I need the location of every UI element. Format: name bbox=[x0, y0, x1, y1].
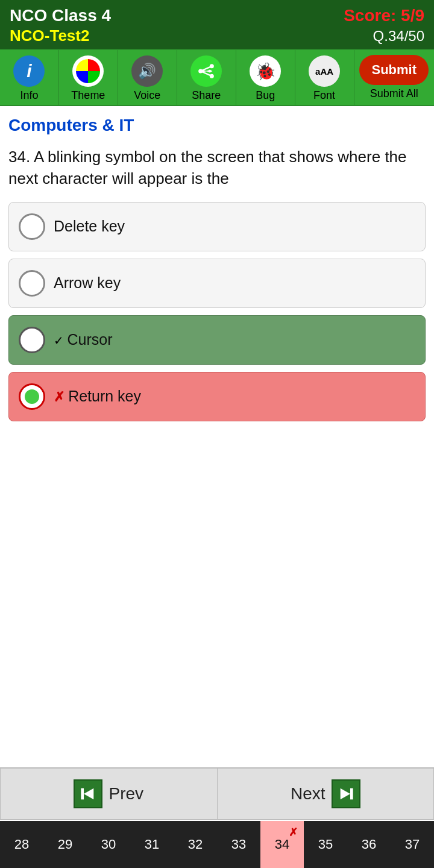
svg-marker-8 bbox=[340, 788, 350, 800]
info-label: Info bbox=[20, 89, 38, 102]
font-label: Font bbox=[313, 89, 335, 102]
next-button[interactable]: Next bbox=[217, 768, 435, 820]
test-name: NCO-Test2 bbox=[10, 27, 89, 45]
info-icon: i bbox=[13, 55, 45, 87]
toolbar-font[interactable]: aAA Font bbox=[295, 50, 354, 105]
prev-icon bbox=[74, 779, 102, 808]
q-strip-item-31[interactable]: 31 bbox=[130, 821, 174, 868]
bug-icon: 🐞 bbox=[250, 55, 281, 87]
q-strip-item-35[interactable]: 35 bbox=[304, 821, 347, 868]
category-label: Computers & IT bbox=[8, 116, 426, 135]
prev-button[interactable]: Prev bbox=[0, 768, 217, 820]
svg-rect-7 bbox=[350, 788, 353, 800]
svg-marker-6 bbox=[84, 788, 93, 800]
voice-label: Voice bbox=[134, 89, 160, 102]
toolbar: i Info Theme 🔊 Voice Share 🐞 Bug aAA bbox=[0, 49, 434, 106]
q-strip-item-30[interactable]: 30 bbox=[87, 821, 130, 868]
app-title: NCO Class 4 bbox=[10, 6, 111, 25]
radio-c bbox=[19, 327, 45, 353]
prev-label: Prev bbox=[108, 784, 143, 804]
next-label: Next bbox=[291, 784, 326, 804]
q-strip-item-34[interactable]: 34✗ bbox=[260, 821, 304, 868]
next-icon bbox=[332, 779, 360, 808]
toolbar-bug[interactable]: 🐞 Bug bbox=[236, 50, 295, 105]
score-display: Score: 5/9 bbox=[344, 6, 424, 25]
voice-icon: 🔊 bbox=[131, 55, 163, 87]
option-c[interactable]: Cursor bbox=[8, 315, 426, 365]
options-list: Delete key Arrow key Cursor bbox=[8, 202, 426, 421]
share-icon bbox=[190, 55, 222, 87]
q-strip-item-32[interactable]: 32 bbox=[174, 821, 217, 868]
radio-d bbox=[19, 383, 45, 410]
q-strip-item-29[interactable]: 29 bbox=[43, 821, 87, 868]
option-b-text: Arrow key bbox=[54, 274, 415, 292]
bug-label: Bug bbox=[256, 89, 275, 102]
submit-button[interactable]: Submit bbox=[359, 55, 429, 85]
share-label: Share bbox=[192, 89, 221, 102]
q-strip-item-28[interactable]: 28 bbox=[0, 821, 43, 868]
q-strip-item-36[interactable]: 36 bbox=[347, 821, 391, 868]
header: NCO Class 4 Score: 5/9 NCO-Test2 Q.34/50 bbox=[0, 0, 434, 49]
option-d-text: Return key bbox=[54, 388, 415, 405]
question-number: 34. bbox=[8, 148, 30, 166]
content-area: Computers & IT 34. A blinking symbol on … bbox=[0, 106, 434, 431]
toolbar-share[interactable]: Share bbox=[177, 50, 236, 105]
question-progress: Q.34/50 bbox=[373, 28, 424, 45]
question-text: 34. A blinking symbol on the screen that… bbox=[8, 146, 426, 190]
submit-all-label: Submit All bbox=[370, 87, 418, 100]
option-c-text: Cursor bbox=[54, 331, 415, 348]
navigation-bar: Prev Next bbox=[0, 767, 434, 820]
svg-rect-5 bbox=[81, 788, 84, 800]
question-strip: 28293031323334✗353637 bbox=[0, 821, 434, 868]
question-body: A blinking symbol on the screen that sho… bbox=[8, 148, 407, 187]
q-strip-item-33[interactable]: 33 bbox=[217, 821, 260, 868]
theme-label: Theme bbox=[71, 89, 105, 102]
option-a[interactable]: Delete key bbox=[8, 202, 426, 251]
toolbar-voice[interactable]: 🔊 Voice bbox=[118, 50, 177, 105]
radio-b bbox=[19, 270, 45, 297]
option-d[interactable]: Return key bbox=[8, 372, 426, 421]
option-b[interactable]: Arrow key bbox=[8, 259, 426, 308]
toolbar-submit[interactable]: Submit Submit All bbox=[354, 50, 434, 105]
q-strip-item-37[interactable]: 37 bbox=[391, 821, 434, 868]
font-icon: aAA bbox=[309, 55, 340, 87]
option-a-text: Delete key bbox=[54, 218, 415, 235]
radio-a bbox=[19, 213, 45, 240]
toolbar-theme[interactable]: Theme bbox=[59, 50, 118, 105]
toolbar-info[interactable]: i Info bbox=[0, 50, 59, 105]
theme-icon bbox=[72, 55, 104, 87]
